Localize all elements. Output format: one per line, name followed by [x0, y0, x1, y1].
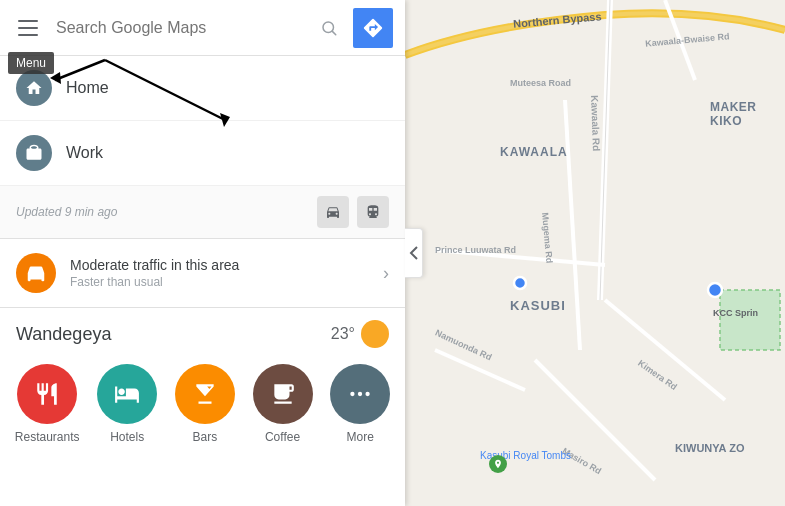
categories-row: Restaurants Hotels Bars	[0, 356, 405, 456]
category-more[interactable]: More	[330, 364, 390, 444]
map-label-muteesa: Muteesa Road	[510, 78, 571, 88]
updated-icons	[317, 196, 389, 228]
svg-point-4	[366, 392, 370, 396]
map-background: Northern Bypass KAWAALA MAKERKIKO KASUBI…	[405, 0, 785, 506]
search-icon-button[interactable]	[313, 12, 345, 44]
traffic-card[interactable]: Moderate traffic in this area Faster tha…	[0, 239, 405, 308]
location-header: Wandegeya 23°	[0, 308, 405, 356]
category-coffee[interactable]: Coffee	[253, 364, 313, 444]
restaurants-icon	[17, 364, 77, 424]
search-bar	[0, 0, 405, 56]
hamburger-line-2	[18, 27, 38, 29]
directions-button[interactable]	[353, 8, 393, 48]
sun-icon	[361, 320, 389, 348]
restaurants-label: Restaurants	[15, 430, 80, 444]
hotels-icon	[97, 364, 157, 424]
svg-line-8	[565, 100, 580, 350]
svg-point-2	[350, 392, 354, 396]
map-label-kawaala-rd: Kawaala Rd	[589, 95, 602, 151]
category-bars[interactable]: Bars	[175, 364, 235, 444]
svg-point-14	[514, 277, 526, 289]
more-icon	[330, 364, 390, 424]
map-label-kcc: KCC Sprin	[713, 308, 758, 318]
map-label-kasubi: KASUBI	[510, 298, 566, 313]
category-restaurants[interactable]: Restaurants	[15, 364, 80, 444]
traffic-icon	[16, 253, 56, 293]
coffee-label: Coffee	[265, 430, 300, 444]
updated-text: Updated 9 min ago	[16, 205, 117, 219]
work-item[interactable]: Work	[0, 121, 405, 186]
traffic-subtitle: Faster than usual	[70, 275, 383, 289]
map-label-kawaala: KAWAALA	[500, 145, 568, 159]
menu-button[interactable]	[12, 12, 44, 44]
collapse-sidebar-button[interactable]	[405, 228, 423, 278]
work-icon	[16, 135, 52, 171]
more-label: More	[346, 430, 373, 444]
hamburger-line-3	[18, 34, 38, 36]
search-input[interactable]	[56, 19, 313, 37]
svg-point-3	[358, 392, 362, 396]
updated-row: Updated 9 min ago	[0, 186, 405, 239]
car-transport-button[interactable]	[317, 196, 349, 228]
svg-rect-13	[720, 290, 780, 350]
transit-transport-button[interactable]	[357, 196, 389, 228]
chevron-right-icon: ›	[383, 263, 389, 284]
traffic-text: Moderate traffic in this area Faster tha…	[70, 257, 383, 289]
hotels-label: Hotels	[110, 430, 144, 444]
menu-tooltip: Menu	[8, 52, 54, 74]
work-label: Work	[66, 144, 103, 162]
map-label-maker: MAKERKIKO	[710, 100, 757, 128]
location-name: Wandegeya	[16, 324, 111, 345]
traffic-title: Moderate traffic in this area	[70, 257, 383, 273]
svg-point-15	[708, 283, 722, 297]
bars-icon	[175, 364, 235, 424]
home-item[interactable]: Home	[0, 56, 405, 121]
hamburger-line-1	[18, 20, 38, 22]
kasubi-tombs-pin	[489, 455, 507, 473]
category-hotels[interactable]: Hotels	[97, 364, 157, 444]
map-label-prince: Prince Luuwata Rd	[435, 245, 516, 255]
weather-info: 23°	[331, 320, 389, 348]
sidebar: Menu Home Work Updated 9 min ago	[0, 0, 405, 506]
search-input-area	[56, 19, 313, 37]
map-label-kiwunya: KIWUNYA ZO	[675, 442, 744, 454]
temperature-text: 23°	[331, 325, 355, 343]
bars-label: Bars	[193, 430, 218, 444]
coffee-icon	[253, 364, 313, 424]
home-label: Home	[66, 79, 109, 97]
svg-line-1	[332, 31, 335, 34]
home-icon	[16, 70, 52, 106]
